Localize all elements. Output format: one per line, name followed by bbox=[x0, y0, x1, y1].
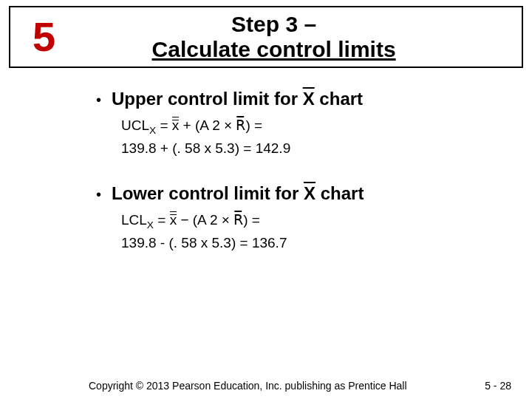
xdoublebar-symbol: x bbox=[172, 117, 180, 134]
lower-heading-prefix: Lower control limit for bbox=[112, 183, 304, 203]
content-area: • Upper control limit for X chart UCLX =… bbox=[0, 68, 429, 251]
upper-formula-numeric: 139.8 + (. 58 x 5.3) = 142.9 bbox=[121, 140, 429, 157]
footer: Copyright © 2013 Pearson Education, Inc.… bbox=[0, 380, 532, 392]
bullet-icon: • bbox=[96, 187, 101, 202]
title-line1: Step 3 – bbox=[231, 12, 316, 36]
upper-heading-prefix: Upper control limit for bbox=[112, 89, 303, 109]
upper-heading-suffix: chart bbox=[315, 89, 363, 109]
title-box: 5 Step 3 – Calculate control limits bbox=[9, 6, 523, 68]
lcl-sub: X bbox=[147, 219, 154, 231]
ucl-lhs: UCL bbox=[121, 117, 149, 133]
lower-heading-suffix: chart bbox=[316, 183, 364, 203]
ucl-sub: X bbox=[149, 125, 156, 136]
copyright-text: Copyright © 2013 Pearson Education, Inc.… bbox=[89, 380, 407, 392]
lcl-lhs: LCL bbox=[121, 212, 147, 228]
upper-formula-symbolic: UCLX = x + (A 2 × R̅) = bbox=[121, 117, 429, 136]
lower-formula-symbolic: LCLX = x − (A 2 × R̅) = bbox=[121, 211, 429, 231]
title-line2: Calculate control limits bbox=[152, 37, 396, 61]
bullet-icon: • bbox=[96, 92, 101, 107]
xbar-symbol: X bbox=[303, 89, 315, 109]
lower-heading-row: • Lower control limit for X chart bbox=[96, 183, 429, 204]
lcl-rhs: − (A 2 × R̅) = bbox=[177, 212, 260, 228]
upper-heading: Upper control limit for X chart bbox=[112, 89, 363, 109]
step-number: 5 bbox=[10, 16, 70, 58]
xbar-symbol: X bbox=[304, 183, 316, 203]
ucl-rhs: + (A 2 × R̅) = bbox=[179, 117, 262, 133]
page-number: 5 - 28 bbox=[485, 380, 511, 392]
slide-title: Step 3 – Calculate control limits bbox=[70, 12, 522, 63]
lower-formula-numeric: 139.8 - (. 58 x 5.3) = 136.7 bbox=[121, 235, 429, 251]
upper-heading-row: • Upper control limit for X chart bbox=[96, 89, 429, 109]
lower-heading: Lower control limit for X chart bbox=[112, 183, 364, 204]
xdoublebar-symbol: x bbox=[170, 212, 177, 228]
